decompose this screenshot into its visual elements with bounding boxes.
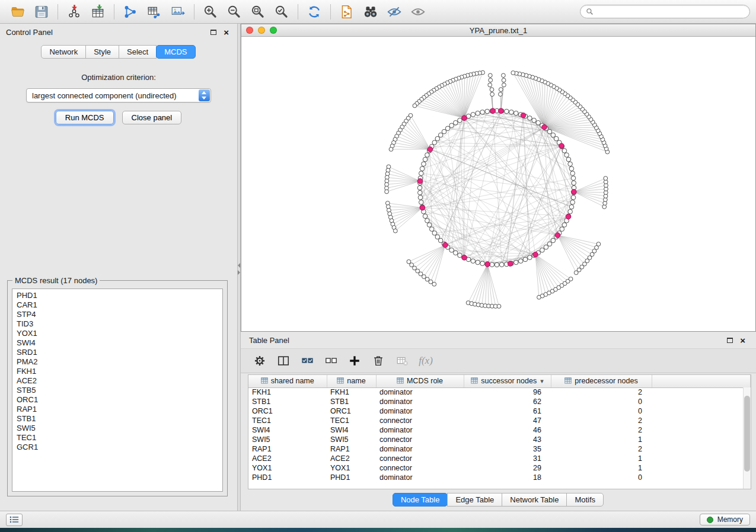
dominator-node[interactable] [485, 262, 490, 267]
tab-style[interactable]: Style [85, 45, 119, 59]
network-node[interactable] [490, 262, 495, 267]
cell-predecessor-nodes[interactable]: 2 [551, 425, 652, 435]
table-row[interactable]: ACE2ACE2connector311 [248, 454, 751, 463]
export-table-button[interactable] [142, 2, 166, 21]
float-table-panel-icon[interactable] [727, 338, 733, 343]
network-node[interactable] [551, 133, 556, 137]
network-leaf-node[interactable] [497, 305, 501, 309]
network-node[interactable] [425, 153, 430, 158]
tab-edge-table[interactable]: Edge Table [447, 493, 502, 507]
cell-successor-nodes[interactable]: 47 [464, 416, 551, 425]
splitter-expand-icon[interactable] [238, 270, 240, 275]
network-node[interactable] [571, 196, 576, 200]
cell-predecessor-nodes[interactable]: 0 [551, 397, 652, 406]
network-node[interactable] [485, 109, 490, 114]
network-leaf-node[interactable] [569, 277, 573, 281]
cell-predecessor-nodes[interactable]: 0 [551, 406, 652, 416]
import-table-button[interactable] [86, 2, 110, 21]
network-node[interactable] [499, 262, 504, 267]
cell-successor-nodes[interactable]: 96 [464, 387, 551, 397]
table-row[interactable]: YOX1YOX1connector291 [248, 463, 751, 473]
cell-mcds-role[interactable]: dominator [376, 406, 464, 416]
cell-shared-name[interactable]: SWI4 [248, 425, 327, 435]
network-leaf-node[interactable] [422, 275, 426, 279]
cell-mcds-role[interactable]: connector [376, 416, 464, 425]
network-node[interactable] [568, 162, 573, 166]
trash-button[interactable] [369, 351, 388, 370]
network-node[interactable] [419, 171, 424, 176]
network-leaf-node[interactable] [413, 104, 417, 108]
mcds-result-item[interactable]: PMA2 [17, 357, 218, 367]
cell-name[interactable]: ORC1 [327, 406, 376, 416]
network-node[interactable] [564, 153, 569, 158]
network-leaf-node[interactable] [511, 71, 515, 75]
cell-shared-name[interactable]: STB1 [248, 397, 327, 406]
cell-successor-nodes[interactable]: 62 [464, 397, 551, 406]
mcds-result-item[interactable]: TID3 [17, 319, 218, 329]
dominator-node[interactable] [420, 205, 425, 210]
mcds-result-item[interactable]: STB5 [17, 386, 218, 395]
minimize-window-icon[interactable] [258, 27, 265, 34]
network-node[interactable] [480, 110, 485, 115]
network-leaf-node[interactable] [425, 277, 429, 281]
dominator-node[interactable] [572, 190, 577, 195]
network-node[interactable] [454, 251, 458, 255]
cell-shared-name[interactable]: ACE2 [248, 454, 327, 463]
table-scrollbar[interactable] [743, 387, 751, 489]
network-leaf-node[interactable] [389, 148, 393, 152]
cell-shared-name[interactable]: TEC1 [248, 416, 327, 425]
mcds-result-item[interactable]: SWI5 [17, 424, 218, 433]
document-share-button[interactable] [335, 2, 359, 21]
table-row[interactable]: TEC1TEC1connector472 [248, 416, 751, 425]
cell-mcds-role[interactable]: dominator [376, 387, 464, 397]
network-node[interactable] [471, 259, 476, 264]
network-node[interactable] [568, 209, 573, 214]
network-node[interactable] [569, 205, 574, 210]
network-leaf-node[interactable] [502, 78, 506, 82]
refresh-button[interactable] [302, 2, 326, 21]
network-node[interactable] [432, 140, 437, 145]
network-leaf-node[interactable] [490, 92, 495, 97]
mcds-result-item[interactable]: TEC1 [17, 433, 218, 443]
cell-shared-name[interactable]: SWI5 [248, 435, 327, 444]
network-node[interactable] [514, 260, 519, 265]
column-header-shared-name[interactable]: shared name [248, 375, 327, 387]
dominator-node[interactable] [499, 108, 504, 114]
mcds-result-item[interactable]: STP4 [17, 310, 218, 319]
network-leaf-node[interactable] [416, 269, 420, 273]
float-panel-icon[interactable] [210, 30, 216, 35]
network-node[interactable] [523, 257, 528, 262]
cell-shared-name[interactable]: FKH1 [248, 387, 327, 397]
run-mcds-button[interactable]: Run MCDS [56, 111, 114, 124]
network-node[interactable] [514, 111, 519, 116]
mcds-result-item[interactable]: CAR1 [17, 300, 218, 310]
network-node[interactable] [422, 162, 426, 166]
column-header-name[interactable]: name [327, 375, 376, 387]
scrollbar-thumb[interactable] [744, 396, 750, 472]
column-header-predecessor-nodes[interactable]: predecessor nodes [551, 375, 652, 387]
network-node[interactable] [420, 166, 425, 171]
close-panel-icon[interactable]: × [224, 28, 229, 37]
column-header-mcds-role[interactable]: MCDS role [376, 375, 464, 387]
cell-shared-name[interactable]: PHD1 [248, 473, 327, 482]
dominator-node[interactable] [555, 233, 560, 238]
cell-name[interactable]: YOX1 [327, 463, 376, 473]
cell-mcds-role[interactable]: dominator [376, 444, 464, 454]
dominator-node[interactable] [462, 255, 467, 261]
cell-mcds-role[interactable]: dominator [376, 473, 464, 482]
network-node[interactable] [458, 118, 462, 123]
zoom-in-button[interactable] [199, 2, 222, 21]
cell-predecessor-nodes[interactable]: 1 [551, 454, 652, 463]
network-leaf-node[interactable] [490, 88, 494, 92]
network-node[interactable] [418, 190, 423, 195]
network-node[interactable] [432, 231, 437, 236]
network-node[interactable] [476, 111, 480, 116]
network-node[interactable] [547, 242, 552, 246]
mcds-result-item[interactable]: SWI4 [17, 338, 218, 348]
network-node[interactable] [562, 149, 567, 153]
cell-mcds-role[interactable]: dominator [376, 397, 464, 406]
network-node[interactable] [570, 171, 575, 176]
network-node[interactable] [438, 133, 443, 137]
network-node[interactable] [547, 129, 552, 134]
memory-button[interactable]: Memory [700, 514, 750, 525]
